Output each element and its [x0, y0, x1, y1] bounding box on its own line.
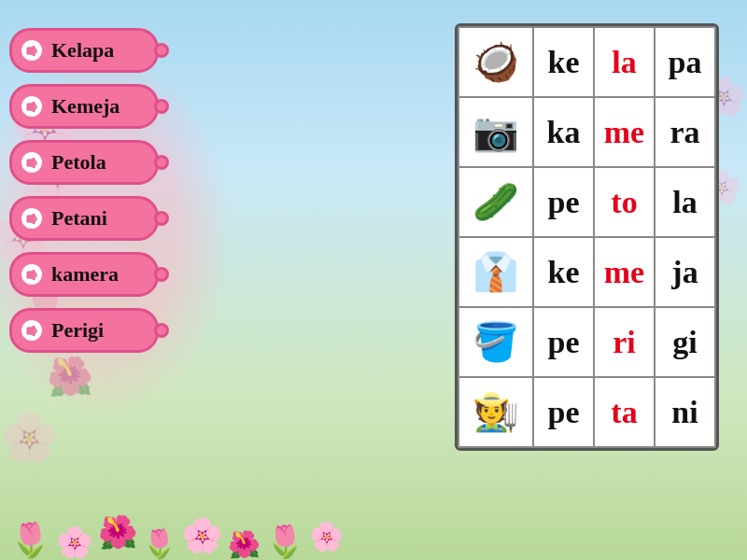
svg-marker-3: [27, 214, 35, 224]
syllable-cell-r3-s1: me: [594, 237, 655, 307]
table-row: 👔kemeja: [458, 237, 715, 307]
speaker-icon-perigi[interactable]: [21, 320, 42, 341]
word-btn-petola[interactable]: Petola: [9, 140, 159, 185]
syllable-cell-r2-s2: la: [655, 167, 715, 237]
table-row: 🧑‍🌾petani: [458, 377, 715, 447]
table-row: 📷kamera: [458, 97, 715, 167]
syllable-cell-r3-s0: ke: [533, 237, 594, 307]
syllable-cell-r4-s2: gi: [655, 307, 715, 377]
image-cell-1: 📷: [458, 97, 533, 167]
speaker-icon-kelapa[interactable]: [21, 40, 42, 61]
syllable-cell-r4-s1: ri: [594, 307, 655, 377]
syllable-cell-r1-s2: ra: [655, 97, 715, 167]
syllable-cell-r5-s2: ni: [655, 377, 715, 447]
word-label-kemeja: Kemeja: [51, 94, 120, 119]
svg-marker-2: [27, 158, 35, 168]
table-row: 🥒petola: [458, 167, 715, 237]
word-label-petola: Petola: [51, 150, 106, 175]
connector-dot-kemeja: [154, 99, 169, 114]
svg-marker-1: [27, 102, 35, 112]
svg-marker-5: [27, 326, 35, 336]
image-cell-5: 🧑‍🌾: [458, 377, 533, 447]
word-label-perigi: Perigi: [51, 318, 104, 343]
speaker-icon-kemeja[interactable]: [21, 96, 42, 117]
food-image-farmer: 🧑‍🌾: [461, 381, 530, 444]
syllable-cell-r5-s0: pe: [533, 377, 594, 447]
speaker-icon-kamera[interactable]: [21, 264, 42, 285]
syllable-cell-r1-s0: ka: [533, 97, 594, 167]
image-cell-0: 🥥: [458, 27, 533, 97]
word-btn-kamera[interactable]: kamera: [9, 252, 159, 297]
connector-dot-petola: [154, 155, 169, 170]
syllable-cell-r0-s0: ke: [533, 27, 594, 97]
speaker-icon-petani[interactable]: [21, 208, 42, 229]
svg-marker-4: [27, 270, 35, 280]
speaker-icon-petola[interactable]: [21, 152, 42, 173]
syllable-cell-r4-s0: pe: [533, 307, 594, 377]
food-image-shirt: 👔: [461, 241, 530, 304]
syllable-cell-r1-s1: me: [594, 97, 655, 167]
connector-dot-petani: [154, 211, 169, 226]
connector-dot-kelapa: [154, 43, 169, 58]
syllable-cell-r3-s2: ja: [655, 237, 715, 307]
image-cell-2: 🥒: [458, 167, 533, 237]
word-label-petani: Petani: [51, 206, 107, 231]
image-cell-3: 👔: [458, 237, 533, 307]
syllable-cell-r0-s2: pa: [655, 27, 715, 97]
food-image-cucumber: 🥒: [461, 171, 530, 234]
word-label-kelapa: Kelapa: [51, 38, 114, 63]
word-btn-kemeja[interactable]: Kemeja: [9, 84, 159, 129]
connector-dot-perigi: [154, 323, 169, 338]
syllable-cell-r2-s0: pe: [533, 167, 594, 237]
syllable-cell-r2-s1: to: [594, 167, 655, 237]
food-image-coconut: 🥥: [461, 31, 530, 94]
word-label-kamera: kamera: [51, 262, 119, 287]
image-cell-4: 🪣: [458, 307, 533, 377]
word-btn-petani[interactable]: Petani: [9, 196, 159, 241]
word-btn-perigi[interactable]: Perigi: [9, 308, 159, 353]
syllable-cell-r5-s1: ta: [594, 377, 655, 447]
syllable-cell-r0-s1: la: [594, 27, 655, 97]
table-row: 🪣perigi: [458, 307, 715, 377]
left-panel: Kelapa Kemeja Petola: [9, 28, 159, 353]
food-image-camera: 📷: [461, 101, 530, 164]
syllable-grid: 🥥kelapa📷kamera🥒petola👔kemeja🪣perigi🧑‍🌾pe…: [458, 26, 716, 448]
food-image-well: 🪣: [461, 311, 530, 374]
connector-dot-kamera: [154, 267, 169, 282]
right-panel: 🥥kelapa📷kamera🥒petola👔kemeja🪣perigi🧑‍🌾pe…: [455, 23, 719, 451]
table-row: 🥥kelapa: [458, 27, 715, 97]
word-btn-kelapa[interactable]: Kelapa: [9, 28, 159, 73]
svg-marker-0: [27, 46, 35, 56]
